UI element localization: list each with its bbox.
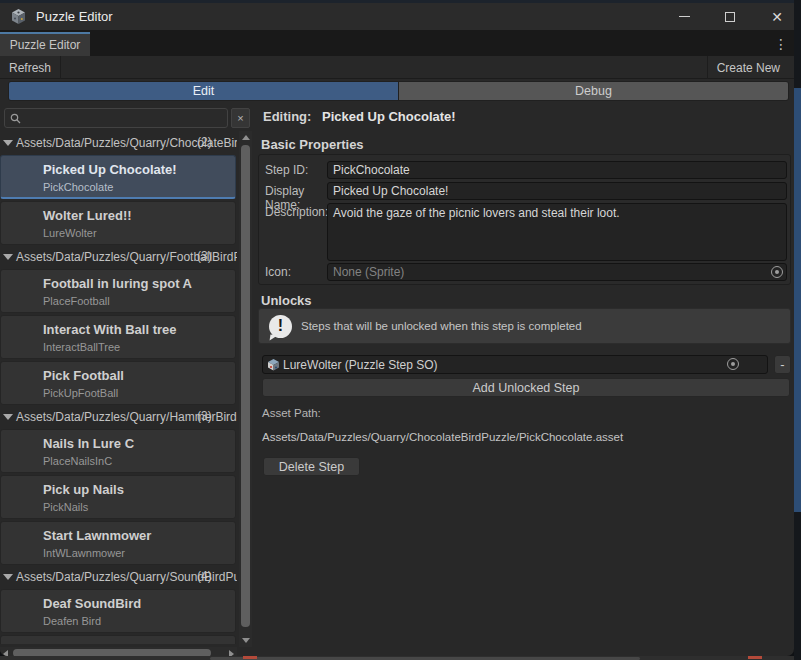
create-new-button[interactable]: Create New [707, 56, 789, 79]
scroll-up-icon[interactable] [242, 135, 250, 140]
asset-group-count: (4) [197, 569, 212, 583]
step-title: Nails In Lure C [43, 436, 235, 451]
step-title: Interact With Ball tree [43, 322, 235, 337]
title-bar[interactable]: Puzzle Editor ✕ [0, 3, 794, 30]
editing-value: Picked Up Chocolate! [322, 109, 456, 124]
tab-edit[interactable]: Edit [9, 82, 399, 100]
vertical-scrollbar-thumb[interactable] [241, 145, 250, 627]
foldout-arrow-icon [3, 414, 13, 420]
scroll-left-icon[interactable] [3, 650, 8, 656]
description-field[interactable]: Avoid the gaze of the picnic lovers and … [327, 203, 787, 261]
tab-strip: Puzzle Editor ⋮ [0, 30, 794, 56]
step-list-item[interactable]: Pick up NailsPickNails [0, 475, 236, 519]
step-list-item[interactable]: Picked up Headband! [0, 635, 236, 644]
step-list-item[interactable]: Deaf SoundBirdDeafen Bird [0, 589, 236, 633]
object-picker-icon[interactable] [727, 358, 739, 370]
step-list-item[interactable]: Wolter Lured!!LureWolter [0, 201, 236, 245]
background-bottom-sliver [0, 656, 794, 660]
step-list-item[interactable]: Start LawnmowerIntWLawnmower [0, 521, 236, 565]
step-id: InteractBallTree [43, 341, 235, 353]
icon-object-value: None (Sprite) [328, 265, 404, 279]
toolbar: Refresh Create New [0, 56, 794, 79]
description-label: Description: [265, 203, 327, 261]
unlocks-help-box: ! Steps that will be unlocked when this … [258, 308, 791, 344]
step-title: Pick Football [43, 368, 235, 383]
step-title: Wolter Lured!! [43, 208, 235, 223]
icon-object-field[interactable]: None (Sprite) [327, 263, 787, 281]
unlocked-step-object-value: LureWolter (Puzzle Step SO) [283, 358, 438, 372]
delete-step-button[interactable]: Delete Step [263, 457, 360, 476]
vertical-scrollbar[interactable] [239, 131, 252, 647]
display-name-input[interactable] [327, 182, 787, 200]
asset-group-count: (2) [197, 135, 212, 149]
scroll-down-icon[interactable] [242, 638, 250, 643]
step-list-item[interactable]: Interact With Ball treeInteractBallTree [0, 315, 236, 359]
step-id-input[interactable] [327, 161, 787, 179]
foldout-arrow-icon [3, 140, 13, 146]
asset-group-header[interactable]: Assets/Data/Puzzles/Quarry/SoundBirdPuzz… [0, 568, 237, 586]
step-id: IntWLawnmower [43, 547, 235, 559]
app-cube-icon [10, 8, 27, 25]
tab-debug[interactable]: Debug [399, 82, 788, 100]
puzzle-editor-window: Puzzle Editor ✕ Puzzle Editor ⋮ Refresh … [0, 3, 794, 656]
asset-path-value: Assets/Data/Puzzles/Quarry/ChocolateBird… [262, 431, 623, 443]
unlocks-help-text: Steps that will be unlocked when this st… [301, 320, 582, 332]
step-list-item[interactable]: Pick FootballPickUpFootBall [0, 361, 236, 405]
background-right-sliver [794, 0, 801, 660]
info-bubble-icon: ! [269, 315, 292, 338]
asset-group-count: (3) [197, 249, 212, 263]
step-title: Picked up Headband! [43, 642, 235, 644]
tab-menu-kebab-icon[interactable]: ⋮ [773, 34, 789, 54]
step-id-label: Step ID: [265, 161, 327, 179]
step-title: Deaf SoundBird [43, 596, 235, 611]
search-input[interactable] [21, 110, 227, 126]
editing-label: Editing: [263, 109, 311, 124]
background-scrollbar-strip [794, 88, 801, 512]
unlocked-step-object-field[interactable]: LureWolter (Puzzle Step SO) [262, 355, 768, 374]
background-red-mark [748, 656, 762, 659]
step-id: PlaceFootball [43, 295, 235, 307]
object-picker-icon[interactable] [771, 266, 783, 278]
tab-puzzle-editor[interactable]: Puzzle Editor [0, 32, 90, 56]
asset-group-header[interactable]: Assets/Data/Puzzles/Quarry/ChocolateBird… [0, 134, 237, 152]
close-button[interactable]: ✕ [755, 3, 794, 30]
step-list-item[interactable]: Picked Up Chocolate!PickChocolate [0, 155, 236, 199]
mode-toggle: Edit Debug [8, 81, 789, 101]
step-list-item[interactable]: Nails In Lure CPlaceNailsInC [0, 429, 236, 473]
horizontal-scrollbar-thumb[interactable] [13, 649, 211, 656]
horizontal-scrollbar[interactable] [0, 647, 237, 656]
step-title: Start Lawnmower [43, 528, 235, 543]
refresh-button[interactable]: Refresh [0, 56, 61, 79]
step-id: LureWolter [43, 227, 235, 239]
window-title: Puzzle Editor [36, 9, 113, 24]
asset-group-header[interactable]: Assets/Data/Puzzles/Quarry/HammerBirdPuz… [0, 408, 237, 426]
foldout-arrow-icon [3, 574, 13, 580]
step-title: Pick up Nails [43, 482, 235, 497]
step-id: Deafen Bird [43, 615, 235, 627]
basic-properties-box: Step ID: Display Name: Description: Avoi… [258, 154, 791, 285]
background-red-mark [243, 656, 257, 659]
asset-group-header[interactable]: Assets/Data/Puzzles/Quarry/FootballBirdP… [0, 248, 237, 266]
scroll-right-icon[interactable] [229, 650, 234, 656]
search-box[interactable] [4, 108, 228, 128]
icon-label: Icon: [265, 263, 327, 281]
step-id: PickUpFootBall [43, 387, 235, 399]
maximize-button[interactable] [708, 3, 752, 30]
search-icon [10, 113, 21, 124]
asset-group-count: (3) [197, 409, 212, 423]
tab-label: Puzzle Editor [10, 38, 81, 52]
step-list: Assets/Data/Puzzles/Quarry/ChocolateBird… [0, 131, 237, 644]
step-id: PickNails [43, 501, 235, 513]
step-id: PlaceNailsInC [43, 455, 235, 467]
asset-path-label: Asset Path: [262, 407, 321, 419]
search-clear-button[interactable]: × [231, 108, 250, 128]
scriptable-object-icon [267, 358, 280, 371]
step-id: PickChocolate [43, 181, 235, 193]
remove-unlocked-step-button[interactable]: - [774, 355, 791, 374]
step-list-item[interactable]: Football in luring spot APlaceFootball [0, 269, 236, 313]
add-unlocked-step-button[interactable]: Add Unlocked Step [262, 378, 790, 397]
basic-properties-title: Basic Properties [261, 137, 364, 152]
foldout-arrow-icon [3, 254, 13, 260]
step-title: Football in luring spot A [43, 276, 235, 291]
minimize-button[interactable] [662, 3, 706, 30]
